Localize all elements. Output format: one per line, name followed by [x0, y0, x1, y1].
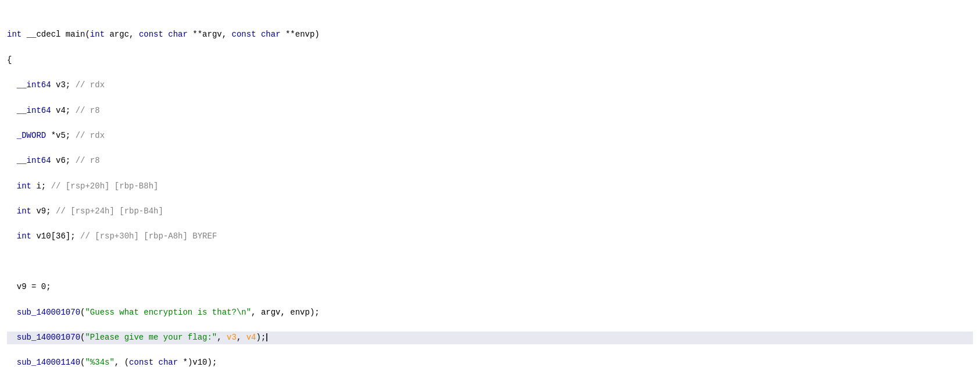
code-line-14: sub_140001140("%34s", (const char *)v10)… — [7, 357, 973, 367]
code-view: int __cdecl main(int argc, const char **… — [0, 0, 980, 367]
code-line-4: __int64 v4; // r8 — [7, 105, 973, 117]
code-line-11: v9 = 0; — [7, 281, 973, 294]
code-line-6: __int64 v6; // r8 — [7, 155, 973, 168]
code-line-1: int __cdecl main(int argc, const char **… — [7, 28, 973, 41]
code-line-10 — [7, 256, 973, 269]
code-line-8: int v9; // [rsp+24h] [rbp-B4h] — [7, 205, 973, 218]
code-line-9: int v10[36]; // [rsp+30h] [rbp-A8h] BYRE… — [7, 230, 973, 243]
code-line-7: int i; // [rsp+20h] [rbp-B8h] — [7, 180, 973, 193]
code-line-5: _DWORD *v5; // rdx — [7, 130, 973, 142]
code-line-2: { — [7, 54, 973, 67]
code-line-3: __int64 v3; // rdx — [7, 79, 973, 92]
code-line-12: sub_140001070("Guess what encryption is … — [7, 307, 973, 319]
code-line-13: sub_140001070("Please give me your flag:… — [7, 332, 973, 344]
